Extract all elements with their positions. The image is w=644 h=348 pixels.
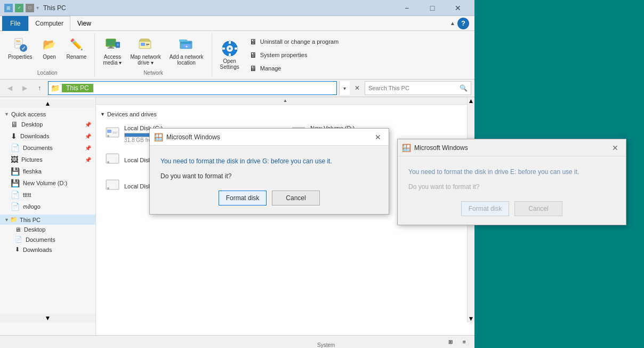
sidebar-item-fleshka[interactable]: 💾 fleshka	[0, 165, 95, 177]
dialog-e-title-bar: 🪟 Microsoft Windows ✕	[398, 139, 626, 156]
dialog-g-cancel-button[interactable]: Cancel	[272, 191, 320, 205]
sidebar-scroll-down[interactable]: ▼	[0, 314, 95, 322]
this-pc-folder-icon: 📁	[10, 216, 18, 223]
dialog-e-body: You need to format the disk in drive E: …	[398, 156, 626, 225]
quick-access-header[interactable]: ▼ Quick access	[0, 110, 95, 118]
svg-rect-8	[109, 46, 112, 48]
sidebar-item-desktop-sub[interactable]: 🖥 Desktop	[0, 225, 95, 234]
path-icon: 📁	[51, 84, 60, 92]
up-button[interactable]: ↑	[33, 82, 46, 94]
view-list-button[interactable]: ≡	[458, 337, 470, 347]
access-media-icon	[104, 36, 121, 53]
quick-access-label: Quick access	[11, 111, 46, 117]
view-tiles-button[interactable]: ⊞	[445, 337, 456, 347]
svg-rect-2	[16, 43, 21, 43]
sidebar-this-pc[interactable]: ▼ 📁 This PC	[0, 215, 95, 225]
uninstall-icon: 🖥	[249, 37, 257, 46]
forward-button[interactable]: ▶	[18, 82, 31, 94]
search-input[interactable]	[368, 85, 460, 91]
svg-rect-3	[16, 44, 21, 45]
svg-rect-18	[181, 42, 191, 44]
devices-label: Devices and drives	[107, 111, 157, 117]
svg-text:+: +	[185, 44, 188, 49]
svg-rect-1	[16, 41, 20, 42]
address-dropdown-button[interactable]: ▾	[339, 81, 350, 95]
dialog-e-cancel-button[interactable]: Cancel	[514, 201, 562, 216]
rename-button[interactable]: ✏️ Rename	[63, 33, 91, 62]
ribbon-group-network: Accessmedia ▾	[95, 33, 212, 77]
manage-icon: 🖥	[249, 64, 257, 73]
browser-scroll-up[interactable]: ▲	[96, 97, 474, 105]
svg-point-23	[229, 48, 231, 50]
sidebar-item-desktop[interactable]: 🖥 Desktop 📌	[0, 118, 95, 130]
dialog-format-e[interactable]: 🪟 Microsoft Windows ✕ You need to format…	[397, 139, 626, 225]
open-button[interactable]: 📂 Open	[37, 33, 62, 62]
svg-rect-26	[222, 48, 225, 50]
svg-text:✓: ✓	[21, 45, 26, 51]
svg-rect-27	[235, 48, 237, 50]
help-button[interactable]: ?	[457, 18, 469, 29]
sidebar-item-downloads[interactable]: ⬇ Downloads 📌	[0, 130, 95, 142]
sidebar-item-documents[interactable]: 📄 Documents 📌	[0, 142, 95, 154]
tab-computer[interactable]: Computer	[28, 16, 70, 31]
manage-button[interactable]: 🖥 Manage	[247, 63, 341, 74]
svg-rect-9	[108, 48, 114, 49]
ribbon-group-location: ✓ Properties 📂 Open ✏️ Rename Location	[0, 33, 95, 77]
sidebar-item-ojogo[interactable]: 📄 ო∂ogo	[0, 201, 95, 212]
open-settings-icon	[221, 40, 238, 57]
browser-scrollbar-down[interactable]: ▼	[468, 315, 474, 322]
back-button[interactable]: ◀	[3, 82, 16, 94]
devices-arrow: ▼	[100, 112, 105, 117]
open-settings-button[interactable]: OpenSettings	[216, 33, 243, 77]
title-bar-icons: ⊞ ✓ □ ▾	[4, 4, 39, 12]
dialog-e-format-button[interactable]: Format disk	[461, 201, 509, 216]
properties-button[interactable]: ✓ Properties	[4, 33, 36, 62]
sidebar-item-new-volume[interactable]: 💾 New Volume (D:)	[0, 177, 95, 189]
system-properties-button[interactable]: 🖥 System properties	[247, 50, 341, 60]
sidebar-item-ttttt[interactable]: 📄 ttttt	[0, 189, 95, 201]
window-icon: ⊞	[4, 4, 13, 12]
dialog-e-close-button[interactable]: ✕	[609, 141, 622, 154]
sidebar-item-documents-sub[interactable]: 📄 Documents	[0, 234, 95, 244]
devices-header[interactable]: ▼ Devices and drives	[100, 109, 470, 120]
dialog-g-buttons: Format disk Cancel	[160, 191, 378, 205]
maximize-button[interactable]: □	[420, 0, 445, 16]
dialog-g-format-button[interactable]: Format disk	[219, 191, 267, 205]
status-bar: ⊞ ≡	[0, 335, 474, 348]
dialog-format-g[interactable]: 🪟 Microsoft Windows ✕ You need to format…	[149, 128, 389, 215]
downloads-sub-icon: ⬇	[15, 246, 20, 253]
svg-point-30	[107, 135, 109, 137]
dialog-g-title-bar: 🪟 Microsoft Windows ✕	[150, 129, 389, 146]
add-location-button[interactable]: + Add a networklocation	[166, 33, 207, 68]
svg-rect-31	[107, 130, 111, 133]
dialog-e-question: Do you want to format it?	[408, 183, 615, 191]
path-text: This PC	[62, 84, 93, 92]
svg-point-40	[107, 161, 109, 163]
minimize-button[interactable]: −	[395, 0, 419, 16]
ribbon-right-items: 🖥 Uninstall or change a program 🖥 System…	[243, 33, 345, 77]
map-drive-button[interactable]: Map networkdrive ▾	[126, 33, 164, 68]
dialog-g-close-button[interactable]: ✕	[372, 131, 384, 144]
this-pc-arrow: ▼	[4, 217, 9, 223]
access-media-button[interactable]: Accessmedia ▾	[99, 33, 125, 68]
tab-view[interactable]: View	[70, 16, 98, 31]
sidebar-item-downloads-sub[interactable]: ⬇ Downloads	[0, 244, 95, 255]
ribbon-group-system: OpenSettings 🖥 Uninstall or change a pro…	[212, 33, 350, 77]
svg-rect-25	[229, 53, 231, 56]
sidebar-scroll-up[interactable]: ▲	[0, 99, 95, 108]
location-group-label: Location	[37, 69, 58, 77]
quick-access-arrow: ▼	[4, 112, 9, 117]
window-icon-2: ✓	[15, 4, 23, 12]
address-bar: ◀ ▶ ↑ 📁 This PC ▾ ✕ 🔍	[0, 80, 474, 97]
sidebar-item-pictures[interactable]: 🖼 Pictures 📌	[0, 154, 95, 165]
ribbon-collapse-button[interactable]: ▲	[450, 20, 455, 26]
uninstall-button[interactable]: 🖥 Uninstall or change a program	[247, 36, 341, 47]
address-path: 📁 This PC	[48, 81, 337, 95]
browser-scrollbar-up[interactable]: ▲	[468, 97, 474, 105]
dialog-g-question: Do you want to format it?	[160, 172, 378, 180]
disk-g-icon	[105, 177, 120, 195]
svg-rect-15	[146, 44, 149, 45]
address-clear-button[interactable]: ✕	[352, 81, 363, 95]
tab-file[interactable]: File	[2, 16, 28, 31]
window-close-button[interactable]: ✕	[446, 0, 470, 16]
